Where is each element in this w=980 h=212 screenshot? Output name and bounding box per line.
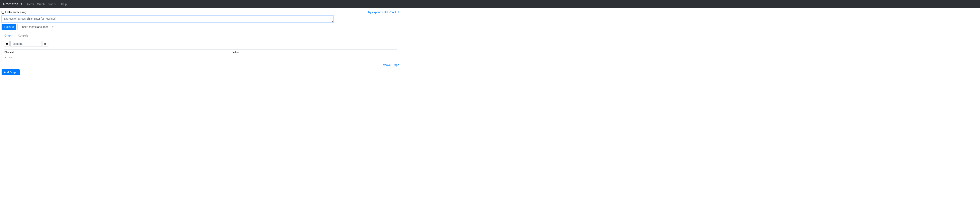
tab-graph[interactable]: Graph [2,32,15,39]
top-row: Enable query history Try experimental Re… [2,11,399,14]
content: Enable query history Try experimental Re… [0,8,980,77]
brand[interactable]: Prometheus [3,2,22,6]
expression-row [2,16,980,23]
table-header-row: Element Value [4,50,397,55]
nav-status[interactable]: Status [46,3,60,6]
add-graph-row: Add Graph [2,69,980,75]
chevron-down-icon [56,4,58,5]
moment-controls [4,41,397,47]
metric-select[interactable]: - insert metric at cursor - [18,24,56,30]
select-caret-icon [52,26,54,28]
tabs: Graph Console [2,32,399,39]
nav-graph[interactable]: Graph [35,3,46,6]
checkbox-icon [2,11,4,14]
double-right-icon [45,43,46,45]
no-data-cell: no data [4,55,232,60]
step-forward-button[interactable] [43,41,48,47]
enable-history-label: Enable query history [5,11,27,14]
tab-console[interactable]: Console [15,32,31,39]
table-row: no data [4,55,397,60]
execute-button[interactable]: Execute [2,24,16,30]
navbar: Prometheus Alerts Graph Status Help [0,0,980,8]
moment-input[interactable] [10,41,42,47]
add-graph-button[interactable]: Add Graph [2,69,20,75]
empty-cell [232,55,397,60]
header-element: Element [4,50,232,55]
nav-help[interactable]: Help [59,3,68,6]
metric-select-label: - insert metric at cursor - [20,25,50,29]
console-panel: Element Value no data [2,39,399,62]
nav-status-label: Status [48,3,56,6]
react-ui-link[interactable]: Try experimental React UI [368,11,399,14]
nav-alerts[interactable]: Alerts [25,3,35,6]
expression-input[interactable] [2,16,333,22]
header-value: Value [232,50,397,55]
enable-history-checkbox[interactable]: Enable query history [2,11,27,14]
remove-graph-row: Remove Graph [2,62,399,69]
result-table: Element Value no data [4,50,397,60]
remove-graph-link[interactable]: Remove Graph [380,63,399,67]
controls-row: Execute - insert metric at cursor - [2,24,980,30]
step-back-button[interactable] [4,41,10,47]
double-left-icon [6,43,8,45]
